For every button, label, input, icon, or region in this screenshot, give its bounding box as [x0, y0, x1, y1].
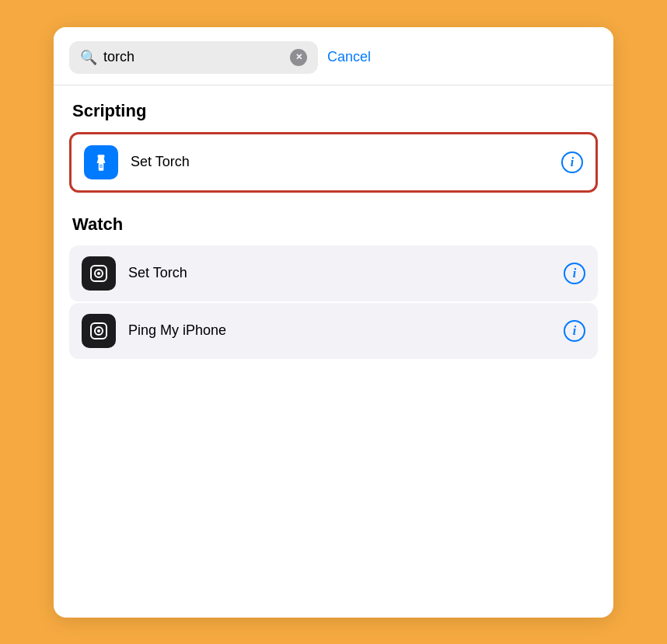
- scripting-action-list: Set Torch i: [69, 132, 598, 193]
- scripting-set-torch-info-button[interactable]: i: [561, 151, 583, 173]
- watch-action-list: Set Torch i Ping My iPhone i: [69, 245, 598, 359]
- search-input[interactable]: [103, 49, 284, 65]
- main-card: 🔍 Cancel Scripting: [54, 27, 613, 618]
- watch-set-torch-icon: [82, 256, 116, 291]
- scripting-set-torch-icon: [84, 145, 118, 179]
- watch-section-title: Watch: [69, 214, 598, 235]
- content-area: Scripting Set Torch i Watch: [54, 85, 613, 396]
- svg-point-7: [97, 272, 100, 275]
- search-bar: 🔍: [69, 41, 318, 74]
- svg-marker-1: [97, 157, 106, 163]
- svg-point-10: [97, 329, 100, 332]
- watch-set-torch-label: Set Torch: [128, 265, 564, 281]
- watch-ping-iphone-info-button[interactable]: i: [564, 320, 585, 342]
- watch-ping-iphone-item[interactable]: Ping My iPhone i: [69, 303, 598, 359]
- svg-rect-4: [100, 166, 103, 167]
- clear-button[interactable]: [290, 49, 307, 66]
- svg-rect-3: [100, 165, 103, 165]
- scripting-set-torch-label: Set Torch: [131, 154, 561, 170]
- watch-ping-iphone-label: Ping My iPhone: [128, 322, 564, 339]
- watch-set-torch-item[interactable]: Set Torch i: [69, 245, 598, 301]
- watch-ping-iphone-icon: [82, 314, 116, 348]
- svg-rect-2: [98, 155, 105, 158]
- watch-set-torch-info-button[interactable]: i: [564, 263, 585, 284]
- search-icon: 🔍: [80, 49, 97, 66]
- search-bar-container: 🔍 Cancel: [54, 27, 613, 85]
- cancel-button[interactable]: Cancel: [327, 49, 371, 65]
- scripting-set-torch-item[interactable]: Set Torch i: [69, 132, 598, 193]
- scripting-section-title: Scripting: [69, 101, 598, 121]
